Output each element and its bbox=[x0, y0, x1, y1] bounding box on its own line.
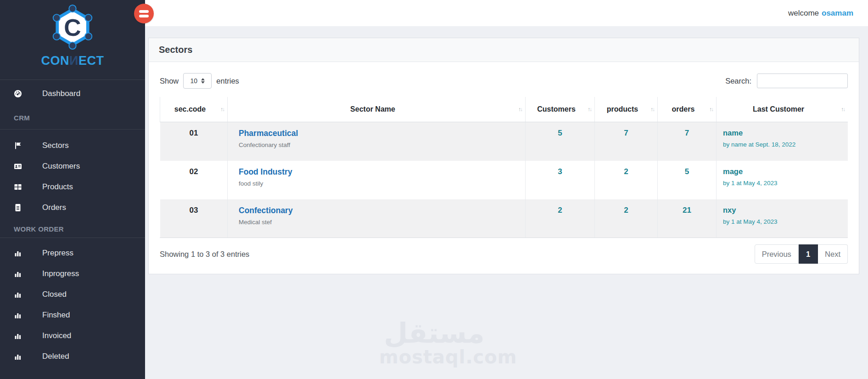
sidebar-item-label: Orders bbox=[42, 203, 66, 212]
table-row: 02 Food Industry food stily 3 2 5 mage b… bbox=[160, 161, 848, 199]
cell-sector-name: Confectionary Medical stef bbox=[228, 199, 526, 238]
customers-count-link[interactable]: 3 bbox=[558, 167, 562, 176]
brand-logo-link[interactable]: C CONИECT bbox=[0, 0, 145, 79]
products-count-link[interactable]: 7 bbox=[624, 129, 628, 137]
column-header-orders[interactable]: orders↑↓ bbox=[658, 97, 717, 122]
chart-bar-icon bbox=[14, 249, 22, 257]
orders-count-link[interactable]: 7 bbox=[685, 129, 689, 137]
table-header-row: sec.code↑↓ Sector Name↑↓ Customers↑↓ pro… bbox=[160, 97, 848, 122]
id-card-icon bbox=[14, 162, 22, 170]
page-length-control: Show 10 entries bbox=[160, 73, 239, 89]
sidebar-item-finshed[interactable]: Finshed bbox=[0, 305, 145, 325]
sidebar-item-invoiced[interactable]: Invoiced bbox=[0, 325, 145, 346]
sidebar-item-inprogress[interactable]: Inprogress bbox=[0, 263, 145, 284]
entries-label: entries bbox=[216, 77, 239, 85]
sidebar-item-label: Finshed bbox=[42, 311, 70, 320]
page-title: Sectors bbox=[149, 38, 859, 62]
orders-count-link[interactable]: 21 bbox=[683, 206, 691, 215]
sidebar-item-sectors[interactable]: Sectors bbox=[0, 135, 145, 156]
customers-count-link[interactable]: 5 bbox=[558, 129, 562, 137]
sidebar-item-prepress[interactable]: Prepress bbox=[0, 243, 145, 263]
cell-sec-code: 02 bbox=[160, 161, 228, 199]
sector-description: Medical stef bbox=[239, 219, 520, 226]
select-caret-icon bbox=[201, 78, 205, 84]
sector-description: food stily bbox=[239, 180, 520, 187]
cell-last-customer: name by name at Sept. 18, 2022 bbox=[717, 122, 848, 161]
username-link[interactable]: osamam bbox=[822, 9, 853, 17]
products-count-link[interactable]: 2 bbox=[624, 167, 628, 176]
watermark-latin: mostaql.com bbox=[379, 348, 489, 366]
search-input[interactable] bbox=[757, 74, 848, 88]
last-customer-meta: by 1 at May 4, 2023 bbox=[723, 180, 842, 187]
orders-count-link[interactable]: 5 bbox=[685, 167, 689, 176]
products-count-link[interactable]: 2 bbox=[624, 206, 628, 215]
column-header-products[interactable]: products↑↓ bbox=[595, 97, 658, 122]
cell-last-customer: nxy by 1 at May 4, 2023 bbox=[717, 199, 848, 238]
sidebar-toggle-button[interactable] bbox=[134, 4, 154, 23]
table-icon bbox=[14, 183, 22, 191]
sidebar-item-dashboard[interactable]: Dashboard bbox=[0, 83, 145, 104]
tachometer-icon bbox=[14, 90, 22, 98]
cell-orders-count: 7 bbox=[658, 122, 717, 161]
last-customer-meta: by 1 at May 4, 2023 bbox=[723, 218, 842, 225]
sidebar-section-work-order: WORK ORDER bbox=[0, 218, 145, 238]
sidebar-item-products[interactable]: Products bbox=[0, 176, 145, 197]
welcome-text: welcomeosamam bbox=[788, 9, 853, 18]
cell-customers-count: 2 bbox=[526, 199, 595, 238]
sidebar-item-label: Inprogress bbox=[42, 269, 79, 278]
customers-count-link[interactable]: 2 bbox=[558, 206, 562, 215]
sector-description: Confectionary staff bbox=[239, 141, 520, 148]
last-customer-link[interactable]: nxy bbox=[723, 206, 736, 215]
cell-sector-name: Pharmaceutical Confectionary staff bbox=[228, 122, 526, 161]
cell-products-count: 2 bbox=[595, 161, 658, 199]
sidebar-item-label: Deleted bbox=[42, 352, 69, 361]
search-label: Search: bbox=[725, 77, 751, 85]
last-customer-link[interactable]: mage bbox=[723, 167, 743, 176]
last-customer-link[interactable]: name bbox=[723, 129, 743, 137]
watermark: مستقل mostaql.com bbox=[379, 319, 489, 366]
sidebar-item-deleted[interactable]: Deleted bbox=[0, 346, 145, 367]
sector-link[interactable]: Pharmaceutical bbox=[239, 129, 298, 138]
sort-icon: ↑↓ bbox=[588, 106, 591, 113]
sidebar: C CONИECT Dashboard CRM Sectors Customer… bbox=[0, 0, 145, 379]
next-page-button[interactable]: Next bbox=[818, 244, 848, 264]
sidebar-item-orders[interactable]: Orders bbox=[0, 197, 145, 218]
sidebar-item-label: Sectors bbox=[42, 141, 69, 150]
last-customer-meta: by name at Sept. 18, 2022 bbox=[723, 141, 842, 148]
pagination: Previous 1 Next bbox=[755, 244, 848, 264]
column-header-customers[interactable]: Customers↑↓ bbox=[526, 97, 595, 122]
svg-text:C: C bbox=[64, 14, 81, 41]
chart-bar-icon bbox=[14, 290, 22, 299]
chart-bar-icon bbox=[14, 311, 22, 319]
previous-page-button[interactable]: Previous bbox=[755, 244, 799, 264]
sidebar-item-label: Prepress bbox=[42, 249, 73, 258]
table-info: Showing 1 to 3 of 3 entries bbox=[160, 250, 249, 259]
table-row: 03 Confectionary Medical stef 2 2 21 nxy… bbox=[160, 199, 848, 238]
sort-icon: ↑↓ bbox=[220, 106, 224, 113]
sidebar-item-label: Products bbox=[42, 182, 73, 192]
cell-sec-code: 03 bbox=[160, 199, 228, 238]
sidebar-item-customers[interactable]: Customers bbox=[0, 156, 145, 176]
sectors-table: sec.code↑↓ Sector Name↑↓ Customers↑↓ pro… bbox=[160, 97, 848, 238]
sidebar-item-closed[interactable]: Closed bbox=[0, 284, 145, 305]
top-navbar: welcomeosamam bbox=[145, 0, 868, 26]
cell-orders-count: 5 bbox=[658, 161, 717, 199]
page-number-button[interactable]: 1 bbox=[799, 244, 818, 264]
brand-wordmark: CONИECT bbox=[0, 54, 145, 68]
column-header-sec-code[interactable]: sec.code↑↓ bbox=[160, 97, 228, 122]
column-header-sector-name[interactable]: Sector Name↑↓ bbox=[228, 97, 526, 122]
sector-link[interactable]: Food Industry bbox=[239, 167, 292, 177]
column-header-last-customer[interactable]: Last Customer↑↓ bbox=[717, 97, 848, 122]
cell-customers-count: 5 bbox=[526, 122, 595, 161]
chart-bar-icon bbox=[14, 270, 22, 278]
sort-icon: ↑↓ bbox=[709, 106, 713, 113]
sidebar-item-label: Customers bbox=[42, 162, 80, 171]
cell-customers-count: 3 bbox=[526, 161, 595, 199]
chart-bar-icon bbox=[14, 352, 22, 361]
page-length-select[interactable]: 10 bbox=[183, 73, 212, 89]
search-control: Search: bbox=[725, 74, 848, 88]
sidebar-section-crm: CRM bbox=[0, 104, 145, 129]
cell-last-customer: mage by 1 at May 4, 2023 bbox=[717, 161, 848, 199]
sector-link[interactable]: Confectionary bbox=[239, 206, 293, 215]
sort-icon: ↑↓ bbox=[518, 106, 522, 113]
